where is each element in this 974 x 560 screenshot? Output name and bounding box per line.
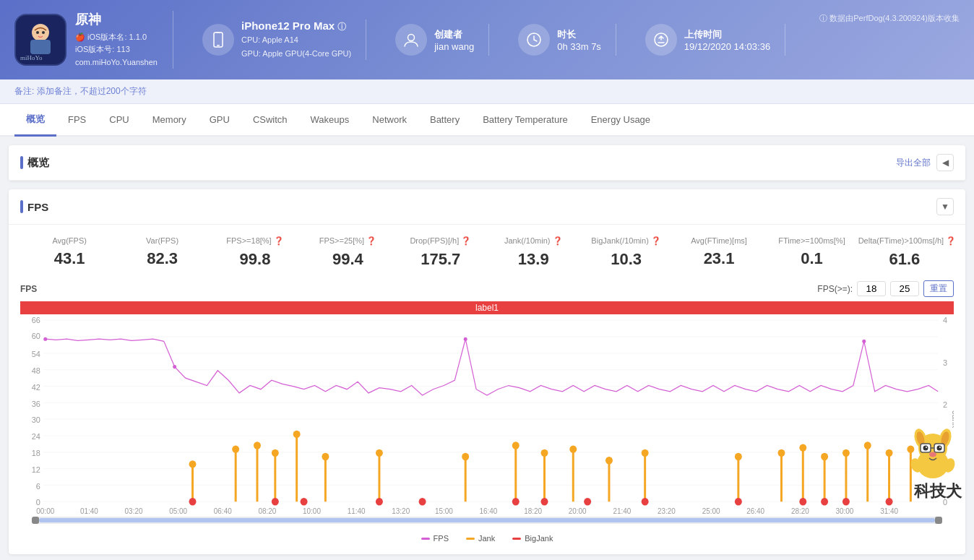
tab-cpu[interactable]: CPU <box>98 105 140 136</box>
notes-label: 备注: <box>14 86 34 96</box>
help-icon-fps25[interactable]: ❓ <box>366 236 376 245</box>
svg-point-119 <box>886 498 893 505</box>
svg-text:26:40: 26:40 <box>746 507 764 515</box>
svg-text:24: 24 <box>32 432 40 441</box>
duration-details: 时长 0h 33m 7s <box>557 28 601 52</box>
bigjank-legend-label: BigJank <box>525 534 553 543</box>
scrollbar-left-handle[interactable] <box>32 517 39 524</box>
stat-delta-ftime: Delta(FTime)>100ms[/h] ❓ 61.6 <box>858 236 951 269</box>
svg-text:01:40: 01:40 <box>80 507 98 515</box>
svg-text:20:00: 20:00 <box>569 507 587 515</box>
device-cpu: CPU: Apple A14 <box>241 33 351 47</box>
svg-text:Jank: Jank <box>951 410 954 428</box>
app-details: 原神 🍎 iOS版本名: 1.1.0 iOS版本号: 113 com.miHoY… <box>75 11 158 69</box>
label1-text: label1 <box>475 303 499 313</box>
svg-point-97 <box>821 453 828 460</box>
tab-overview[interactable]: 概览 <box>14 104 56 137</box>
tab-fps[interactable]: FPS <box>56 105 98 136</box>
bigjank-legend-dot <box>512 538 521 540</box>
fps-legend-label: FPS <box>434 534 449 543</box>
tab-wakeups[interactable]: Wakeups <box>299 105 361 136</box>
svg-text:18:20: 18:20 <box>524 507 542 515</box>
reset-button[interactable]: 重置 <box>923 280 954 297</box>
help-icon-drop[interactable]: ❓ <box>461 236 471 245</box>
svg-point-77 <box>376 449 383 457</box>
fps-title: FPS <box>20 200 48 213</box>
svg-point-5 <box>42 31 45 34</box>
svg-point-113 <box>584 498 591 505</box>
svg-text:10:00: 10:00 <box>303 507 321 515</box>
creator-value: jian wang <box>434 41 474 52</box>
chart-scrollbar[interactable] <box>32 517 942 524</box>
creator-details: 创建者 jian wang <box>434 28 474 52</box>
help-icon-delta[interactable]: ❓ <box>946 236 956 245</box>
tab-gpu[interactable]: GPU <box>198 105 241 136</box>
tab-battery[interactable]: Battery <box>418 105 471 136</box>
svg-point-114 <box>642 498 649 505</box>
svg-point-87 <box>605 457 613 464</box>
help-icon-jank[interactable]: ❓ <box>553 236 563 245</box>
device-info: iPhone12 Pro Max ⓘ CPU: Apple A14 GPU: A… <box>188 20 366 60</box>
svg-point-81 <box>512 441 520 449</box>
help-icon-bigjank[interactable]: ❓ <box>651 236 661 245</box>
tab-battery-temperature[interactable]: Battery Temperature <box>471 105 579 136</box>
ios-build-line: iOS版本号: 113 <box>75 43 158 56</box>
duration-icon <box>518 24 550 56</box>
app-name: 原神 <box>75 11 158 28</box>
app-sub: 🍎 iOS版本名: 1.1.0 iOS版本号: 113 com.miHoYo.Y… <box>75 31 158 69</box>
svg-point-4 <box>36 31 39 34</box>
svg-point-108 <box>301 498 308 505</box>
tab-cswitch[interactable]: CSwitch <box>241 105 299 136</box>
overview-section: 概览 导出全部 ◀ <box>9 145 965 181</box>
scrollbar-track[interactable] <box>39 518 935 522</box>
svg-point-111 <box>512 498 520 505</box>
device-gpu: GPU: Apple GPU(4-Core GPU) <box>241 47 351 61</box>
svg-point-79 <box>462 453 469 460</box>
ios-version-line: 🍎 iOS版本名: 1.1.0 <box>75 31 158 44</box>
scrollbar-right-handle[interactable] <box>935 517 942 524</box>
creator-icon <box>395 24 427 56</box>
app-icon: miHoYo <box>14 14 66 66</box>
overview-title: 概览 <box>20 156 49 170</box>
fps-collapse-button[interactable]: ▼ <box>936 198 954 215</box>
tab-energy-usage[interactable]: Energy Usage <box>579 105 662 136</box>
upload-details: 上传时间 19/12/2020 14:03:36 <box>684 28 770 52</box>
legend-fps: FPS <box>421 534 449 543</box>
fps-threshold-25-input[interactable] <box>890 281 919 296</box>
svg-text:03:20: 03:20 <box>125 507 143 515</box>
svg-text:30: 30 <box>32 415 40 424</box>
svg-point-118 <box>842 498 850 505</box>
overview-header: 概览 导出全部 ◀ <box>9 145 965 181</box>
notes-add[interactable]: 添加备注，不超过200个字符 <box>37 86 147 96</box>
chart-y-label: FPS <box>20 284 37 294</box>
svg-text:23:20: 23:20 <box>658 507 676 515</box>
overview-actions: 导出全部 ◀ <box>896 154 954 171</box>
svg-text:21:40: 21:40 <box>613 507 631 515</box>
help-icon-fps18[interactable]: ❓ <box>274 236 284 245</box>
tab-memory[interactable]: Memory <box>141 105 198 136</box>
svg-point-71 <box>272 449 279 457</box>
duration-value: 0h 33m 7s <box>557 41 601 52</box>
svg-text:66: 66 <box>32 316 40 324</box>
svg-point-122 <box>464 337 467 341</box>
overview-collapse-button[interactable]: ◀ <box>936 154 954 171</box>
svg-rect-13 <box>20 314 954 517</box>
svg-rect-2 <box>30 40 51 54</box>
upload-item: 上传时间 19/12/2020 14:03:36 <box>631 24 785 56</box>
tab-network[interactable]: Network <box>361 105 418 136</box>
svg-point-69 <box>254 441 261 449</box>
fps-threshold-18-input[interactable] <box>857 281 886 296</box>
fps-threshold-controls: FPS(>=): 重置 <box>817 280 954 297</box>
svg-point-10 <box>408 35 415 41</box>
chart-wrap: 66 60 54 48 42 36 30 24 18 12 6 0 4 3 2 … <box>20 314 954 517</box>
fps-header: FPS ▼ <box>9 189 965 225</box>
svg-text:18: 18 <box>32 449 40 457</box>
device-name: iPhone12 Pro Max ⓘ <box>241 20 351 33</box>
export-all-button[interactable]: 导出全部 <box>896 157 931 169</box>
chart-legend: FPS Jank BigJank <box>20 530 954 546</box>
svg-text:miHoYo: miHoYo <box>20 54 43 61</box>
svg-rect-9 <box>216 33 220 33</box>
svg-text:13:20: 13:20 <box>392 507 410 515</box>
fps-threshold-label: FPS(>=): <box>817 284 853 294</box>
svg-text:48: 48 <box>32 366 40 375</box>
